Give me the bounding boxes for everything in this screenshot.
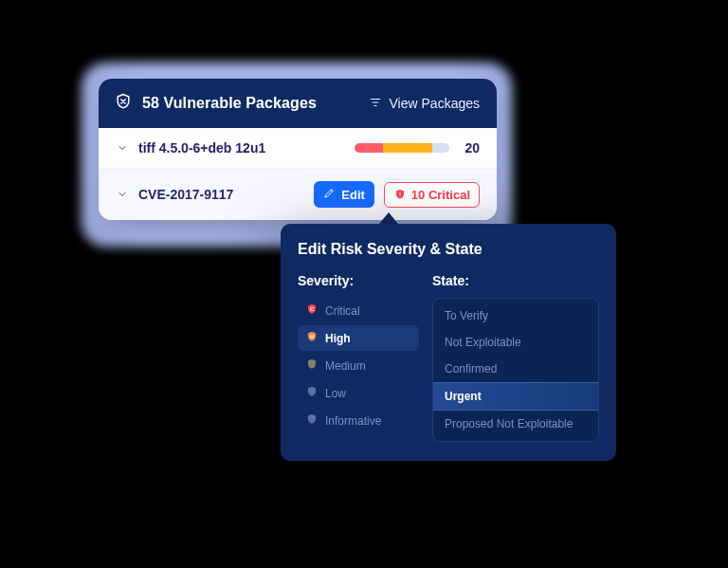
filter-icon bbox=[369, 96, 382, 112]
critical-badge-text: 10 Critical bbox=[411, 188, 470, 202]
state-option-label: Proposed Not Exploitable bbox=[445, 417, 573, 431]
shield-alert-icon bbox=[393, 188, 407, 201]
cve-row[interactable]: CVE-2017-9117 Edit 10 Critical bbox=[99, 169, 497, 220]
popover-arrow bbox=[379, 212, 398, 224]
shield-icon: H bbox=[305, 330, 318, 346]
severity-option-label: Informative bbox=[325, 414, 381, 428]
severity-bar-red bbox=[355, 143, 383, 153]
edit-button[interactable]: Edit bbox=[314, 181, 374, 208]
package-row[interactable]: tiff 4.5.0-6+deb 12u1 20 bbox=[99, 128, 497, 169]
state-option-list: To VerifyNot ExploitableConfirmedUrgentP… bbox=[432, 298, 599, 442]
view-packages-link[interactable]: View Packages bbox=[369, 96, 480, 112]
severity-option-medium[interactable]: Medium bbox=[298, 353, 419, 378]
state-option-label: To Verify bbox=[445, 309, 488, 322]
shield-icon bbox=[305, 385, 318, 401]
view-packages-label: View Packages bbox=[390, 96, 480, 111]
state-option-to-verify[interactable]: To Verify bbox=[433, 302, 598, 329]
svg-point-0 bbox=[399, 194, 400, 195]
severity-column: Severity: CCriticalHHigh Medium Low Info… bbox=[298, 273, 419, 442]
package-vuln-count: 20 bbox=[464, 140, 480, 156]
state-option-proposed-not-exploitable[interactable]: Proposed Not Exploitable bbox=[433, 411, 598, 437]
svg-text:H: H bbox=[310, 334, 314, 339]
card-header: 58 Vulnerable Packages View Packages bbox=[99, 79, 497, 128]
shield-icon: C bbox=[305, 302, 318, 319]
edit-button-label: Edit bbox=[341, 188, 365, 202]
severity-option-label: Low bbox=[325, 387, 346, 400]
severity-bar bbox=[355, 143, 449, 153]
cve-id: CVE-2017-9117 bbox=[138, 187, 304, 202]
state-heading: State: bbox=[432, 273, 599, 288]
popover-title: Edit Risk Severity & State bbox=[298, 241, 599, 258]
state-column: State: To VerifyNot ExploitableConfirmed… bbox=[432, 273, 599, 442]
card-title: 58 Vulnerable Packages bbox=[142, 95, 359, 112]
state-option-label: Urgent bbox=[445, 390, 482, 403]
severity-option-label: Medium bbox=[325, 359, 366, 373]
severity-option-critical[interactable]: CCritical bbox=[298, 298, 419, 323]
package-name: tiff 4.5.0-6+deb 12u1 bbox=[138, 140, 345, 156]
severity-option-label: High bbox=[325, 332, 351, 345]
chevron-down-icon bbox=[116, 188, 129, 201]
critical-badge[interactable]: 10 Critical bbox=[384, 182, 480, 208]
severity-heading: Severity: bbox=[298, 273, 419, 288]
severity-option-informative[interactable]: Informative bbox=[298, 408, 419, 433]
svg-rect-1 bbox=[399, 192, 400, 194]
shield-icon bbox=[305, 357, 318, 374]
severity-option-low[interactable]: Low bbox=[298, 380, 419, 406]
state-option-label: Confirmed bbox=[445, 362, 497, 376]
shield-icon bbox=[305, 412, 318, 429]
severity-option-high[interactable]: HHigh bbox=[298, 325, 419, 351]
state-option-confirmed[interactable]: Confirmed bbox=[433, 356, 598, 382]
severity-option-list: CCriticalHHigh Medium Low Informative bbox=[298, 298, 419, 433]
edit-risk-popover: Edit Risk Severity & State Severity: CCr… bbox=[281, 224, 616, 461]
severity-option-label: Critical bbox=[325, 304, 360, 318]
vulnerable-packages-card: 58 Vulnerable Packages View Packages tif… bbox=[99, 79, 497, 220]
shield-x-icon bbox=[114, 92, 133, 115]
state-option-not-exploitable[interactable]: Not Exploitable bbox=[433, 329, 598, 356]
state-option-urgent[interactable]: Urgent bbox=[433, 382, 598, 411]
chevron-down-icon bbox=[116, 141, 129, 155]
pencil-icon bbox=[323, 187, 336, 202]
state-option-label: Not Exploitable bbox=[445, 336, 521, 349]
severity-bar-orange bbox=[383, 143, 432, 153]
